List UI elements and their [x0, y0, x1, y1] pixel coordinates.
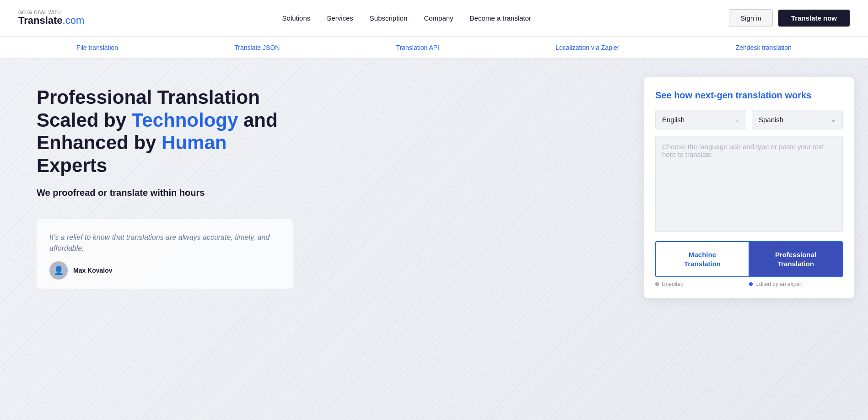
- subnav-file-translation[interactable]: File translation: [76, 44, 118, 51]
- brand-dotcom: .com: [63, 15, 85, 26]
- source-language-label: English: [662, 116, 685, 124]
- subnav-translation-api[interactable]: Translation API: [396, 44, 439, 51]
- hero-title-line2: Scaled by: [37, 109, 132, 131]
- hero-title-line5: Experts: [37, 155, 107, 176]
- avatar: 👤: [49, 261, 68, 280]
- unedited-label: Unedited: [662, 281, 684, 287]
- header-actions: Sign in Translate now: [729, 9, 850, 27]
- language-selectors: English ⌄ Spanish ⌄: [655, 110, 843, 129]
- hero-highlight-human: Human: [162, 132, 226, 153]
- translate-now-button[interactable]: Translate now: [778, 10, 850, 27]
- testimonial-author: 👤 Max Kovalov: [49, 261, 280, 280]
- source-lang-chevron-icon: ⌄: [734, 116, 739, 123]
- translation-input[interactable]: [655, 136, 843, 232]
- hero-section: Professional Translation Scaled by Techn…: [0, 59, 868, 420]
- unedited-dot-icon: [655, 282, 659, 286]
- machine-translation-button[interactable]: MachineTranslation: [655, 241, 749, 277]
- hero-title-line1: Professional Translation: [37, 86, 260, 108]
- nav-subscription[interactable]: Subscription: [370, 14, 408, 22]
- nav-solutions[interactable]: Solutions: [282, 14, 311, 22]
- widget-title: See how next-gen translation works: [655, 90, 843, 101]
- nav-become-translator[interactable]: Become a translator: [470, 14, 531, 22]
- target-lang-chevron-icon: ⌄: [831, 116, 836, 123]
- translation-widget: See how next-gen translation works Engli…: [644, 77, 854, 299]
- source-language-selector[interactable]: English ⌄: [655, 110, 746, 129]
- hero-title-line3: and: [238, 109, 277, 131]
- brand-area: GO GLOBAL WITH Translate.com: [18, 10, 84, 26]
- nav-services[interactable]: Services: [327, 14, 353, 22]
- header: GO GLOBAL WITH Translate.com Solutions S…: [0, 0, 868, 37]
- author-name: Max Kovalov: [73, 267, 113, 274]
- edited-dot-icon: [749, 282, 753, 286]
- translation-type-buttons: MachineTranslation ProfessionalTranslati…: [655, 241, 843, 277]
- subnav: File translation Translate JSON Translat…: [0, 37, 868, 59]
- professional-translation-button[interactable]: ProfessionalTranslation: [749, 241, 843, 277]
- brand-text: Translate: [18, 15, 63, 26]
- hero-title: Professional Translation Scaled by Techn…: [37, 86, 603, 177]
- edited-label: Edited by an expert: [755, 281, 803, 287]
- target-language-selector[interactable]: Spanish ⌄: [752, 110, 843, 129]
- main-nav: Solutions Services Subscription Company …: [282, 14, 531, 22]
- hero-highlight-technology: Technology: [132, 109, 238, 131]
- hero-subtitle: We proofread or translate within hours: [37, 188, 603, 198]
- testimonial-card: It’s a relief to know that translations …: [37, 219, 293, 289]
- subnav-translate-json[interactable]: Translate JSON: [234, 44, 280, 51]
- hero-widget-area: See how next-gen translation works Engli…: [630, 59, 868, 420]
- brand-name: Translate.com: [18, 15, 84, 26]
- subnav-localization-zapier[interactable]: Localization via Zapier: [555, 44, 619, 51]
- testimonial-text: It’s a relief to know that translations …: [49, 232, 280, 254]
- signin-button[interactable]: Sign in: [729, 9, 773, 27]
- hero-title-line4: Enhanced by: [37, 132, 162, 153]
- subnav-zendesk-translation[interactable]: Zendesk translation: [736, 44, 792, 51]
- status-edited: Edited by an expert: [749, 281, 843, 287]
- nav-company[interactable]: Company: [424, 14, 453, 22]
- target-language-label: Spanish: [759, 116, 783, 124]
- status-row: Unedited Edited by an expert: [655, 281, 843, 287]
- hero-content: Professional Translation Scaled by Techn…: [0, 59, 630, 420]
- status-unedited: Unedited: [655, 281, 749, 287]
